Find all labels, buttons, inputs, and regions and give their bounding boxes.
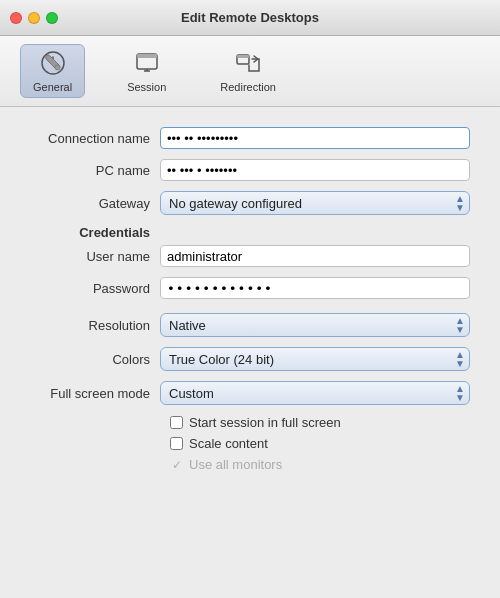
tab-redirection-label: Redirection [220, 81, 276, 93]
connection-name-row: Connection name [30, 127, 470, 149]
gateway-row: Gateway No gateway configured Add gatewa… [30, 191, 470, 215]
window-title: Edit Remote Desktops [181, 10, 319, 25]
checkbox-fullscreen-label: Start session in full screen [189, 415, 341, 430]
gateway-select-wrap: No gateway configured Add gateway... ▲ ▼ [160, 191, 470, 215]
password-label: Password [30, 281, 160, 296]
connection-name-input[interactable] [160, 127, 470, 149]
colors-label: Colors [30, 352, 160, 367]
checkbox-fullscreen[interactable] [170, 416, 183, 429]
toolbar: General Session Redirection [0, 36, 500, 107]
redirection-icon [234, 49, 262, 77]
svg-rect-7 [237, 55, 249, 58]
tab-general-label: General [33, 81, 72, 93]
close-button[interactable] [10, 12, 22, 24]
colors-select[interactable]: True Color (24 bit) High Color (16 bit) … [160, 347, 470, 371]
svg-point-1 [55, 65, 60, 70]
content-area: Connection name PC name Gateway No gatew… [0, 107, 500, 498]
fullscreen-row: Full screen mode Custom All Displays Sel… [30, 381, 470, 405]
checkbox-fullscreen-row: Start session in full screen [170, 415, 470, 430]
tab-general[interactable]: General [20, 44, 85, 98]
password-input[interactable] [160, 277, 470, 299]
colors-select-wrap: True Color (24 bit) High Color (16 bit) … [160, 347, 470, 371]
svg-rect-3 [137, 54, 157, 58]
maximize-button[interactable] [46, 12, 58, 24]
resolution-row: Resolution Native Custom ▲ ▼ [30, 313, 470, 337]
minimize-button[interactable] [28, 12, 40, 24]
password-row: Password [30, 277, 470, 299]
title-bar: Edit Remote Desktops [0, 0, 500, 36]
checkbox-scale-row: Scale content [170, 436, 470, 451]
credentials-label: Credentials [30, 225, 160, 240]
user-name-input[interactable] [160, 245, 470, 267]
checkbox-allmonitors-row: ✓ Use all monitors [170, 457, 470, 472]
tab-session[interactable]: Session [115, 45, 178, 97]
user-name-row: User name [30, 245, 470, 267]
pc-name-label: PC name [30, 163, 160, 178]
resolution-select-wrap: Native Custom ▲ ▼ [160, 313, 470, 337]
tab-redirection[interactable]: Redirection [208, 45, 288, 97]
fullscreen-select-wrap: Custom All Displays Selected Display ▲ ▼ [160, 381, 470, 405]
general-icon [39, 49, 67, 77]
checkmark-icon: ✓ [170, 458, 183, 471]
checkbox-scale[interactable] [170, 437, 183, 450]
gateway-select[interactable]: No gateway configured Add gateway... [160, 191, 470, 215]
gateway-label: Gateway [30, 196, 160, 211]
checkbox-allmonitors-label: Use all monitors [189, 457, 282, 472]
user-name-label: User name [30, 249, 160, 264]
fullscreen-label: Full screen mode [30, 386, 160, 401]
pc-name-input[interactable] [160, 159, 470, 181]
resolution-label: Resolution [30, 318, 160, 333]
resolution-select[interactable]: Native Custom [160, 313, 470, 337]
credentials-heading-row: Credentials [30, 225, 470, 240]
session-icon [133, 49, 161, 77]
fullscreen-select[interactable]: Custom All Displays Selected Display [160, 381, 470, 405]
tab-session-label: Session [127, 81, 166, 93]
connection-name-label: Connection name [30, 131, 160, 146]
traffic-lights[interactable] [10, 12, 58, 24]
colors-row: Colors True Color (24 bit) High Color (1… [30, 347, 470, 371]
checkbox-scale-label: Scale content [189, 436, 268, 451]
pc-name-row: PC name [30, 159, 470, 181]
